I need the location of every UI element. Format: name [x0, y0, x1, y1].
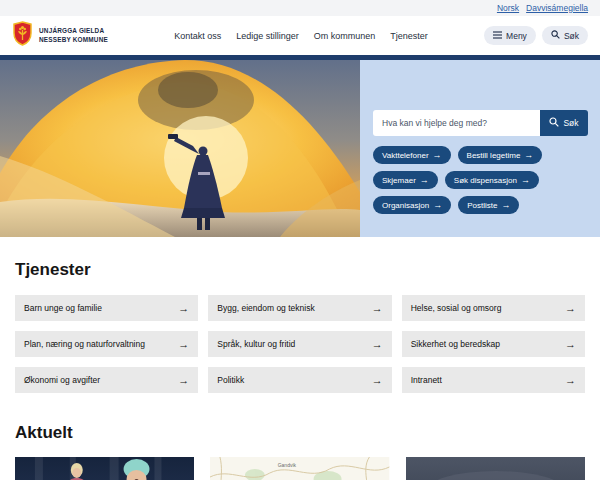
quick-link-vakttelefoner[interactable]: Vakttelefoner → [373, 146, 451, 164]
service-card-okonomi-og-avgifter[interactable]: Økonomi og avgifter → [15, 367, 198, 393]
news-card-dusk-landscape[interactable] [406, 457, 585, 480]
arrow-right-icon: → [372, 302, 383, 314]
arrow-right-icon: → [372, 338, 383, 350]
header-search-label: Søk [564, 31, 579, 41]
quick-link-label: Skjemaer [382, 176, 416, 185]
hero-search-button-label: Søk [563, 118, 578, 128]
quick-link-bestill-legetime[interactable]: Bestill legetime → [458, 146, 543, 164]
service-card-label: Økonomi og avgifter [24, 375, 100, 385]
service-card-sikkerhet-og-beredskap[interactable]: Sikkerhet og beredskap → [402, 331, 585, 357]
main-nav: Kontakt oss Ledige stillinger Om kommune… [118, 31, 484, 41]
service-card-label: Plan, næring og naturforvaltning [24, 339, 145, 349]
hamburger-icon [493, 31, 502, 41]
quick-link-label: Postliste [467, 201, 497, 210]
service-card-label: Helse, sosial og omsorg [411, 303, 502, 313]
arrow-right-icon: → [565, 338, 576, 350]
quick-link-label: Søk dispensasjon [454, 176, 517, 185]
menu-button[interactable]: Meny [484, 26, 536, 45]
quick-link-sok-dispensasjon[interactable]: Søk dispensasjon → [445, 171, 539, 189]
service-card-label: Barn unge og familie [24, 303, 102, 313]
hero-section: Søk Vakttelefoner → Bestill legetime → S… [0, 60, 600, 237]
quick-link-skjemaer[interactable]: Skjemaer → [373, 171, 438, 189]
site-header: UNJÁRGGA GIELDA NESSEBY KOMMUNE Kontakt … [0, 16, 600, 55]
nav-kontakt-oss[interactable]: Kontakt oss [174, 31, 221, 41]
quick-link-organisasjon[interactable]: Organisasjon → [373, 196, 451, 214]
quick-link-label: Bestill legetime [467, 151, 521, 160]
service-card-label: Politikk [217, 375, 244, 385]
service-card-plan-naering-og-naturforvaltning[interactable]: Plan, næring og naturforvaltning → [15, 331, 198, 357]
menu-button-label: Meny [506, 31, 527, 41]
service-card-helse-sosial-og-omsorg[interactable]: Helse, sosial og omsorg → [402, 295, 585, 321]
hero-photo-winter-water-throw [0, 60, 360, 237]
nav-tjenester[interactable]: Tjenester [390, 31, 428, 41]
hero-search-bar: Søk [373, 110, 588, 136]
arrow-right-icon: → [420, 175, 429, 185]
services-heading: Tjenester [15, 260, 585, 280]
logo-text: UNJÁRGGA GIELDA NESSEBY KOMMUNE [39, 27, 108, 44]
main-content: Tjenester Barn unge og familie → Bygg, e… [0, 260, 600, 480]
language-link-davvisamegiella[interactable]: Davvisámegiella [526, 3, 588, 13]
nav-ledige-stillinger[interactable]: Ledige stillinger [236, 31, 299, 41]
language-bar: Norsk Davvisámegiella [0, 0, 600, 16]
service-card-label: Språk, kultur og fritid [217, 339, 295, 349]
logo-line-2: NESSEBY KOMMUNE [39, 36, 108, 45]
coat-of-arms-icon [12, 21, 33, 50]
hero-search-panel: Søk Vakttelefoner → Bestill legetime → S… [360, 60, 600, 237]
arrow-right-icon: → [524, 150, 533, 160]
nav-om-kommunen[interactable]: Om kommunen [314, 31, 376, 41]
service-card-label: Sikkerhet og beredskap [411, 339, 500, 349]
service-card-intranett[interactable]: Intranett → [402, 367, 585, 393]
language-link-norsk[interactable]: Norsk [497, 3, 519, 13]
arrow-right-icon: → [565, 302, 576, 314]
news-heading: Aktuelt [15, 423, 585, 443]
service-card-label: Intranett [411, 375, 442, 385]
service-card-politikk[interactable]: Politikk → [208, 367, 391, 393]
municipality-logo[interactable]: UNJÁRGGA GIELDA NESSEBY KOMMUNE [12, 21, 108, 50]
news-card-children-performing[interactable] [15, 457, 194, 480]
quick-links: Vakttelefoner → Bestill legetime → Skjem… [373, 146, 588, 214]
arrow-right-icon: → [501, 200, 510, 210]
hero-search-input[interactable] [373, 110, 540, 136]
service-card-barn-unge-og-familie[interactable]: Barn unge og familie → [15, 295, 198, 321]
services-grid: Barn unge og familie → Bygg, eiendom og … [15, 295, 585, 393]
hero-search-submit-button[interactable]: Søk [540, 110, 588, 136]
service-card-sprak-kultur-og-fritid[interactable]: Språk, kultur og fritid → [208, 331, 391, 357]
arrow-right-icon: → [178, 374, 189, 386]
arrow-right-icon: → [433, 200, 442, 210]
arrow-right-icon: → [372, 374, 383, 386]
news-grid: Gandvik [15, 457, 585, 480]
svg-text:Gandvik: Gandvik [278, 462, 297, 468]
arrow-right-icon: → [178, 338, 189, 350]
arrow-right-icon: → [178, 302, 189, 314]
search-icon [551, 30, 560, 41]
service-card-label: Bygg, eiendom og teknisk [217, 303, 314, 313]
service-card-bygg-eiendom-og-teknisk[interactable]: Bygg, eiendom og teknisk → [208, 295, 391, 321]
logo-line-1: UNJÁRGGA GIELDA [39, 27, 108, 36]
arrow-right-icon: → [433, 150, 442, 160]
quick-link-label: Organisasjon [382, 201, 429, 210]
header-search-button[interactable]: Søk [542, 26, 588, 45]
arrow-right-icon: → [565, 374, 576, 386]
search-icon [549, 117, 559, 129]
quick-link-label: Vakttelefoner [382, 151, 429, 160]
quick-link-postliste[interactable]: Postliste → [458, 196, 519, 214]
arrow-right-icon: → [521, 175, 530, 185]
header-buttons: Meny Søk [484, 26, 588, 45]
news-card-map[interactable]: Gandvik [210, 457, 389, 480]
